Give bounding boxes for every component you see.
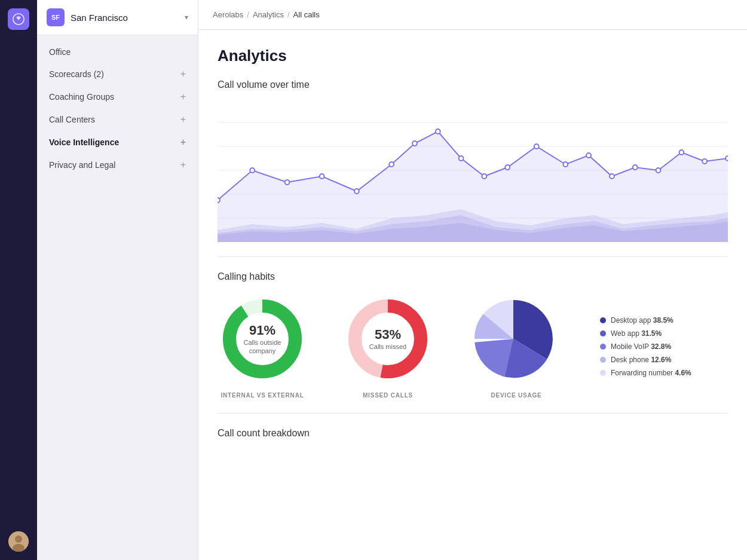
legend-dot bbox=[600, 357, 606, 363]
svg-point-17 bbox=[354, 189, 359, 194]
sidebar-nav: Office Scorecards (2) + Coaching Groups … bbox=[37, 35, 198, 560]
add-icon: + bbox=[180, 91, 186, 102]
missed-calls-sub: Calls missed bbox=[369, 342, 406, 351]
device-usage-pie bbox=[469, 294, 564, 384]
svg-point-24 bbox=[534, 144, 539, 149]
sidebar-item-label: Office bbox=[49, 47, 71, 57]
legend-dot bbox=[600, 317, 606, 323]
svg-point-31 bbox=[702, 159, 707, 164]
missed-calls-donut: 53% Calls missed bbox=[343, 294, 433, 384]
legend-label: Desktop app 38.5% bbox=[611, 316, 673, 325]
svg-point-14 bbox=[250, 168, 255, 173]
device-usage-chart: DEVICE USAGE bbox=[469, 294, 564, 399]
sidebar: SF San Francisco ▾ Office Scorecards (2)… bbox=[37, 0, 198, 560]
legend-dot bbox=[600, 370, 606, 376]
sidebar-item-call-centers[interactable]: Call Centers + bbox=[37, 108, 198, 131]
legend-label: Mobile VoIP 32.8% bbox=[611, 342, 671, 351]
svg-point-22 bbox=[482, 174, 487, 179]
internal-external-center: 91% Calls outsidecompany bbox=[244, 323, 281, 356]
legend-label: Desk phone 12.6% bbox=[611, 356, 671, 364]
divider-2 bbox=[218, 413, 728, 414]
svg-marker-12 bbox=[218, 131, 728, 242]
nav-bar bbox=[0, 0, 37, 560]
legend-item-webapp: Web app 31.5% bbox=[600, 329, 691, 338]
content-area: Analytics Call volume over time bbox=[198, 30, 747, 560]
legend-item-mobilevoip: Mobile VoIP 32.8% bbox=[600, 342, 691, 351]
call-count-title: Call count breakdown bbox=[218, 428, 728, 439]
missed-calls-center: 53% Calls missed bbox=[369, 327, 406, 351]
device-legend: Desktop app 38.5% Web app 31.5% Mobile V… bbox=[600, 316, 691, 377]
org-badge: SF bbox=[47, 8, 65, 26]
legend-label: Web app 31.5% bbox=[611, 329, 662, 338]
missed-calls-chart: 53% Calls missed MISSED CALLS bbox=[343, 294, 433, 399]
add-icon: + bbox=[180, 137, 186, 148]
legend-item-deskphone: Desk phone 12.6% bbox=[600, 356, 691, 364]
sidebar-header[interactable]: SF San Francisco ▾ bbox=[37, 0, 198, 35]
breadcrumb-analytics[interactable]: Analytics bbox=[253, 10, 284, 19]
sidebar-item-label: Coaching Groups bbox=[49, 92, 114, 102]
svg-point-32 bbox=[725, 156, 728, 161]
app-logo[interactable] bbox=[8, 8, 29, 30]
legend-item-desktop: Desktop app 38.5% bbox=[600, 316, 691, 325]
internal-external-donut: 91% Calls outsidecompany bbox=[218, 294, 307, 384]
svg-point-28 bbox=[633, 165, 638, 170]
svg-point-16 bbox=[320, 174, 324, 179]
sidebar-item-label: Call Centers bbox=[49, 115, 95, 124]
missed-calls-pct: 53% bbox=[369, 327, 406, 342]
svg-point-21 bbox=[459, 156, 464, 161]
sidebar-item-label: Voice Intelligence bbox=[49, 137, 119, 147]
device-usage-label: DEVICE USAGE bbox=[491, 392, 541, 399]
svg-point-30 bbox=[679, 150, 684, 155]
svg-point-15 bbox=[285, 180, 290, 185]
call-volume-chart bbox=[218, 99, 728, 242]
svg-point-13 bbox=[218, 198, 220, 203]
svg-point-2 bbox=[15, 535, 22, 543]
calling-habits-title: Calling habits bbox=[218, 271, 728, 282]
donut-charts-row: 91% Calls outsidecompany INTERNAL VS EXT… bbox=[218, 294, 728, 399]
sidebar-item-label: Scorecards (2) bbox=[49, 69, 104, 79]
internal-external-pct: 91% bbox=[244, 323, 281, 338]
add-icon: + bbox=[180, 114, 186, 125]
svg-point-26 bbox=[586, 153, 591, 158]
divider-1 bbox=[218, 256, 728, 257]
sidebar-item-scorecards[interactable]: Scorecards (2) + bbox=[37, 63, 198, 85]
chevron-down-icon: ▾ bbox=[185, 13, 188, 22]
breadcrumb-sep2: / bbox=[287, 10, 290, 19]
main-area: Aerolabs / Analytics / All calls Analyti… bbox=[198, 0, 747, 560]
svg-point-20 bbox=[436, 129, 440, 134]
legend-item-forwarding: Forwarding number 4.6% bbox=[600, 369, 691, 377]
breadcrumb-current: All calls bbox=[293, 10, 320, 19]
org-name: San Francisco bbox=[71, 13, 179, 23]
add-icon: + bbox=[180, 160, 186, 170]
legend-dot bbox=[600, 344, 606, 350]
internal-external-chart: 91% Calls outsidecompany INTERNAL VS EXT… bbox=[218, 294, 307, 399]
call-count-section: Call count breakdown bbox=[218, 428, 728, 439]
svg-point-18 bbox=[389, 162, 394, 167]
svg-point-19 bbox=[412, 141, 417, 146]
legend-label: Forwarding number 4.6% bbox=[611, 369, 691, 377]
add-icon: + bbox=[180, 69, 186, 79]
sidebar-item-label: Privacy and Legal bbox=[49, 160, 115, 170]
legend-dot bbox=[600, 331, 606, 336]
sidebar-item-voice-intelligence[interactable]: Voice Intelligence + bbox=[37, 131, 198, 154]
svg-point-25 bbox=[563, 162, 568, 167]
internal-external-label: INTERNAL VS EXTERNAL bbox=[221, 392, 304, 399]
call-volume-title: Call volume over time bbox=[218, 79, 728, 90]
sidebar-item-privacy-legal[interactable]: Privacy and Legal + bbox=[37, 154, 198, 176]
call-volume-section: Call volume over time bbox=[218, 79, 728, 242]
svg-point-27 bbox=[610, 174, 614, 179]
user-avatar[interactable] bbox=[8, 531, 29, 552]
svg-point-29 bbox=[656, 168, 661, 173]
topbar: Aerolabs / Analytics / All calls bbox=[198, 0, 747, 30]
sidebar-item-coaching-groups[interactable]: Coaching Groups + bbox=[37, 85, 198, 108]
calling-habits-section: Calling habits 91% bbox=[218, 271, 728, 399]
svg-point-23 bbox=[505, 165, 510, 170]
breadcrumb-aerolabs[interactable]: Aerolabs bbox=[213, 10, 243, 19]
breadcrumb: Aerolabs / Analytics / All calls bbox=[213, 10, 320, 19]
breadcrumb-sep: / bbox=[247, 10, 249, 19]
page-title: Analytics bbox=[218, 47, 728, 65]
internal-external-sub: Calls outsidecompany bbox=[244, 338, 281, 356]
sidebar-item-office[interactable]: Office bbox=[37, 41, 198, 63]
missed-calls-label: MISSED CALLS bbox=[363, 392, 413, 399]
